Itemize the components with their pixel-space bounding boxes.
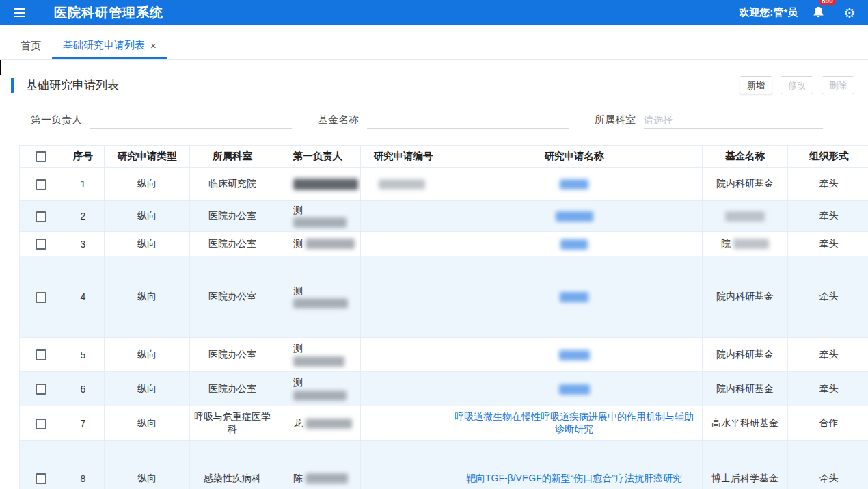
redacted-text bbox=[559, 350, 590, 360]
filter-fund-name: 基金名称 bbox=[318, 111, 569, 129]
application-name-link[interactable]: 呼吸道微生物在慢性呼吸道疾病进展中的作用机制与辅助诊断研究 bbox=[455, 411, 694, 434]
cell-dept: 医院办公室 bbox=[190, 201, 275, 232]
redacted-text bbox=[293, 298, 348, 308]
redacted-text bbox=[293, 391, 347, 401]
cell-name: 呼吸道微生物在慢性呼吸道疾病进展中的作用机制与辅助诊断研究 bbox=[446, 406, 703, 441]
cell-fund: 院内科研基金 bbox=[703, 372, 788, 406]
row-checkbox[interactable] bbox=[36, 419, 46, 429]
cell-person: 测 bbox=[275, 201, 361, 232]
redacted-text bbox=[556, 211, 593, 222]
checkbox-cell bbox=[20, 256, 62, 338]
fund-name-input[interactable] bbox=[367, 111, 569, 129]
cell-name bbox=[446, 232, 703, 256]
applications-table: 序号研究申请类型所属科室第一负责人研究申请编号研究申请名称基金名称组织形式 1纵… bbox=[19, 145, 868, 489]
redacted-text bbox=[560, 239, 588, 250]
toolbar: 新增 修改 删除 bbox=[740, 76, 857, 94]
table-row: 5纵向医院办公室测 院内科研基金牵头 bbox=[20, 338, 868, 372]
app-header: 医院科研管理系统 欢迎您:管*员 890 ⚙ bbox=[0, 0, 868, 25]
add-button[interactable]: 新增 bbox=[740, 76, 772, 94]
checkbox-cell bbox=[20, 406, 62, 441]
cell-type: 纵向 bbox=[105, 201, 190, 232]
page-header: 基础研究申请列表 新增 修改 删除 bbox=[11, 76, 857, 94]
table-header-row: 序号研究申请类型所属科室第一负责人研究申请编号研究申请名称基金名称组织形式 bbox=[20, 146, 868, 168]
notification-badge: 890 bbox=[819, 0, 836, 5]
row-checkbox[interactable] bbox=[36, 239, 46, 250]
cell-person: 龙 bbox=[275, 406, 361, 441]
select-all-checkbox[interactable] bbox=[36, 151, 46, 162]
column-header: 研究申请类型 bbox=[105, 146, 190, 168]
settings-gear-icon[interactable]: ⚙ bbox=[843, 6, 856, 20]
checkbox-cell bbox=[20, 168, 62, 201]
cell-person: 测 bbox=[275, 338, 361, 372]
cell-person bbox=[275, 168, 361, 201]
table-row: 4纵向医院办公室测 院内科研基金牵头 bbox=[20, 256, 868, 338]
cell-fund: 博士后科学基金 bbox=[703, 441, 788, 489]
cell-fund: 院内科研基金 bbox=[703, 168, 788, 201]
column-header: 第一负责人 bbox=[275, 146, 361, 168]
cell-dept: 医院办公室 bbox=[190, 232, 275, 256]
cell-no: 1 bbox=[62, 168, 105, 201]
cell-text: 测 bbox=[293, 285, 303, 296]
cell-appno bbox=[361, 256, 446, 338]
cell-fund: 院内科研基金 bbox=[703, 256, 788, 338]
row-checkbox[interactable] bbox=[36, 211, 46, 222]
redacted-text bbox=[560, 292, 588, 302]
cell-appno bbox=[361, 232, 446, 256]
redacted-text bbox=[293, 356, 344, 367]
notifications-button[interactable]: 890 bbox=[811, 5, 826, 20]
page-content: 基础研究申请列表 新增 修改 删除 第一负责人 基金名称 所属科室 序号研究申请… bbox=[0, 76, 868, 489]
row-checkbox[interactable] bbox=[36, 349, 46, 360]
cell-name: 靶向TGF-β/VEGF的新型“伤口愈合”疗法抗肝癌研究 bbox=[446, 441, 703, 489]
cell-fund: 院内科研基金 bbox=[703, 338, 788, 372]
filter-department: 所属科室 bbox=[595, 111, 823, 129]
cell-appno bbox=[361, 441, 446, 489]
cell-appno bbox=[361, 201, 446, 232]
redacted-text bbox=[725, 211, 765, 222]
delete-button[interactable]: 删除 bbox=[822, 76, 854, 94]
column-header-select bbox=[20, 146, 62, 168]
redacted-text bbox=[293, 217, 347, 228]
row-checkbox[interactable] bbox=[36, 292, 46, 303]
cell-person: 测 bbox=[275, 256, 361, 338]
cell-name bbox=[446, 201, 703, 232]
application-name-link[interactable]: 靶向TGF-β/VEGF的新型“伤口愈合”疗法抗肝癌研究 bbox=[466, 473, 682, 484]
cell-text: 测 bbox=[293, 377, 303, 388]
filter-bar: 第一负责人 基金名称 所属科室 bbox=[31, 111, 868, 129]
tab-basic-research-list[interactable]: 基础研究申请列表 × bbox=[52, 34, 167, 59]
hamburger-menu-icon[interactable] bbox=[12, 5, 27, 21]
bell-icon bbox=[811, 5, 826, 20]
cell-dept: 医院办公室 bbox=[190, 338, 275, 372]
cell-org: 牵头 bbox=[788, 201, 868, 232]
tab-close-icon[interactable]: × bbox=[150, 40, 157, 51]
tab-home[interactable]: 首页 bbox=[10, 34, 52, 59]
cell-fund: 高水平科研基金 bbox=[703, 406, 788, 441]
first-person-input[interactable] bbox=[90, 111, 292, 129]
cell-no: 4 bbox=[62, 256, 105, 338]
redacted-text bbox=[560, 179, 588, 189]
row-checkbox[interactable] bbox=[36, 384, 46, 395]
tab-bar: 首页 基础研究申请列表 × bbox=[0, 25, 868, 60]
cell-name bbox=[446, 372, 703, 406]
cell-person: 测 bbox=[275, 372, 361, 406]
cell-dept: 感染性疾病科 bbox=[190, 441, 275, 489]
cell-appno bbox=[361, 406, 446, 441]
checkbox-cell bbox=[20, 372, 62, 406]
row-checkbox[interactable] bbox=[36, 179, 46, 190]
checkbox-cell bbox=[20, 232, 62, 256]
redacted-text bbox=[733, 239, 769, 249]
tab-label: 首页 bbox=[21, 40, 41, 53]
table-row: 7纵向呼吸与危重症医学科龙 呼吸道微生物在慢性呼吸道疾病进展中的作用机制与辅助诊… bbox=[20, 406, 868, 441]
page-title: 基础研究申请列表 bbox=[26, 77, 119, 93]
row-checkbox[interactable] bbox=[36, 473, 46, 484]
cell-no: 2 bbox=[62, 201, 105, 232]
department-select[interactable] bbox=[644, 111, 823, 129]
table-row: 3纵向医院办公室测 院 牵头 bbox=[20, 232, 868, 256]
redacted-text bbox=[306, 419, 352, 429]
edit-button[interactable]: 修改 bbox=[781, 76, 813, 94]
table-row: 8纵向感染性疾病科陈 靶向TGF-β/VEGF的新型“伤口愈合”疗法抗肝癌研究博… bbox=[20, 441, 868, 489]
fund-name-label: 基金名称 bbox=[318, 114, 359, 127]
first-person-label: 第一负责人 bbox=[31, 114, 82, 127]
cursor-artifact bbox=[0, 60, 1, 75]
cell-org: 牵头 bbox=[788, 372, 868, 406]
cell-type: 纵向 bbox=[105, 406, 190, 441]
